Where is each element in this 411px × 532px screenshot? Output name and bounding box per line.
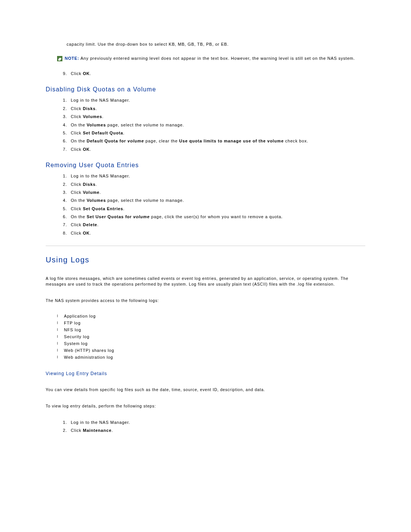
viewing-para-2: To view log entry details, perform the f… xyxy=(46,403,365,409)
note-icon xyxy=(57,56,62,61)
list-item: Click Set Quota Entries. xyxy=(68,206,365,212)
list-item: Click Maintenance. xyxy=(68,428,365,433)
list-item: On the Volumes page, select the volume t… xyxy=(68,198,365,203)
list-item: On the Volumes page, select the volume t… xyxy=(68,122,365,128)
list-item: NFS log xyxy=(57,328,365,332)
removing-steps: Log in to the NAS Manager. Click Disks. … xyxy=(46,173,365,236)
logs-list: Application log FTP log NFS log Security… xyxy=(46,314,365,359)
heading-disabling: Disabling Disk Quotas on a Volume xyxy=(46,86,365,93)
note-text: NOTE: Any previously entered warning lev… xyxy=(65,56,355,61)
logs-para-2: The NAS system provides access to the fo… xyxy=(46,298,365,304)
list-item: Web administration log xyxy=(57,355,365,359)
list-item: Web (HTTP) shares log xyxy=(57,348,365,353)
list-item: Click Disks. xyxy=(68,106,365,112)
note-label: NOTE: xyxy=(65,56,79,61)
heading-removing: Removing User Quota Entries xyxy=(46,162,365,169)
list-item: Security log xyxy=(57,334,365,339)
divider xyxy=(46,246,365,246)
list-item: FTP log xyxy=(57,321,365,325)
step-list-continued: Click OK. xyxy=(46,71,365,77)
list-item: On the Set User Quotas for volume page, … xyxy=(68,214,365,220)
list-item: Click OK. xyxy=(68,147,365,152)
note-body: Any previously entered warning level doe… xyxy=(80,56,355,61)
list-item: System log xyxy=(57,341,365,346)
list-item: Click Set Default Quota. xyxy=(68,130,365,136)
list-item: Application log xyxy=(57,314,365,318)
list-item: Log in to the NAS Manager. xyxy=(68,173,365,179)
viewing-para-1: You can view details from specific log f… xyxy=(46,387,365,393)
heading-viewing: Viewing Log Entry Details xyxy=(46,371,365,376)
logs-para-1: A log file stores messages, which are so… xyxy=(46,276,365,287)
list-item: On the Default Quota for volume page, cl… xyxy=(68,138,365,144)
list-item: Click Volumes. xyxy=(68,114,365,120)
list-item: Click Disks. xyxy=(68,182,365,187)
list-item: Log in to the NAS Manager. xyxy=(68,420,365,425)
viewing-steps: Log in to the NAS Manager. Click Mainten… xyxy=(46,420,365,434)
list-item: Click OK. xyxy=(68,230,365,236)
list-item: Click Volume. xyxy=(68,190,365,195)
list-item: Click Delete. xyxy=(68,222,365,228)
fragment-text: capacity limit. Use the drop-down box to… xyxy=(67,42,365,46)
step-9: Click OK. xyxy=(68,71,365,77)
disabling-steps: Log in to the NAS Manager. Click Disks. … xyxy=(46,97,365,152)
heading-using-logs: Using Logs xyxy=(46,256,365,264)
list-item: Log in to the NAS Manager. xyxy=(68,97,365,103)
note-row: NOTE: Any previously entered warning lev… xyxy=(57,56,365,61)
